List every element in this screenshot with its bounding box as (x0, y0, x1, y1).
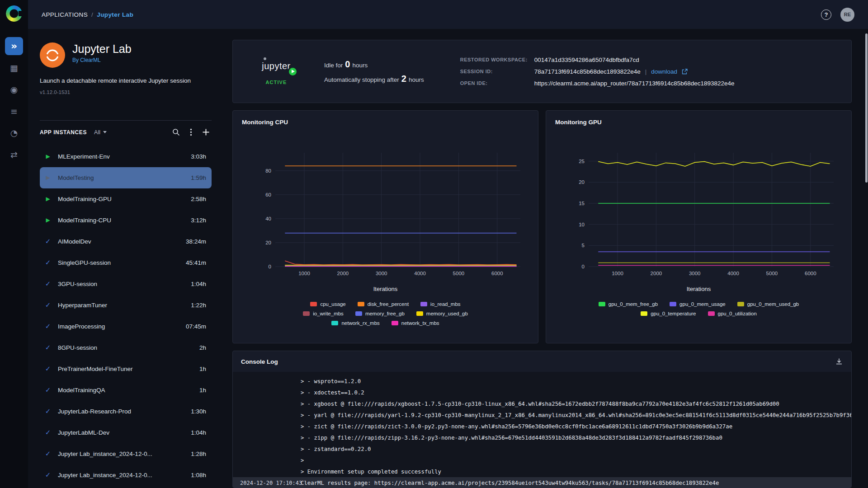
cpu-chart-plot[interactable]: 100020003000400050006000020406080 (245, 146, 526, 282)
legend-item[interactable]: disk_free_percent (358, 301, 409, 307)
svg-text:10: 10 (579, 222, 585, 227)
nav-rail: »▦◉≡◔⇄ (0, 0, 28, 488)
svg-text:15: 15 (579, 201, 585, 206)
projects-icon[interactable]: ▦ (5, 59, 23, 77)
running-play-icon: ▶ (44, 153, 52, 160)
console-text: > - wsproto==1.2.0 (301, 378, 361, 385)
page-scrollbar-thumb[interactable] (865, 33, 868, 183)
session-card: jupyter ACTIVE Idle for0hours Automatica… (232, 40, 852, 103)
breadcrumb-applications[interactable]: APPLICATIONS (42, 11, 88, 18)
chevron-down-icon (103, 131, 107, 133)
legend-item[interactable]: network_tx_mbs (392, 320, 439, 326)
instance-name: 3GPU-session (58, 281, 184, 287)
instance-row[interactable]: ▶ModelTesting1:59h (40, 167, 212, 188)
svg-text:60: 60 (265, 192, 271, 197)
cpu-chart-title: Monitoring CPU (242, 119, 529, 126)
legend-swatch (737, 302, 744, 306)
gpu-chart-plot[interactable]: 1000200030004000500060000510152025 (559, 146, 839, 282)
console-text: > - zstandard==0.22.0 (301, 446, 371, 452)
datasets-icon[interactable]: ≡ (5, 102, 23, 120)
breadcrumb: APPLICATIONS / Jupyter Lab (42, 11, 133, 18)
instance-name: MLExperiment-Env (58, 153, 184, 160)
instance-row[interactable]: ✓ModelTrainingQA1h (40, 380, 212, 401)
instance-duration: 1:04h (191, 281, 206, 287)
instance-duration: 1:04h (191, 429, 206, 436)
help-icon[interactable]: ? (821, 9, 831, 20)
instance-duration: 38:24m (186, 238, 206, 245)
svg-text:3000: 3000 (375, 271, 387, 276)
instance-duration: 1:28h (191, 450, 206, 457)
pipelines-icon[interactable]: ◔ (5, 124, 23, 142)
clearml-logo[interactable] (6, 5, 22, 22)
cpu-chart-card: Monitoring CPU 1000200030004000500060000… (232, 110, 538, 343)
workers-icon[interactable]: ⇄ (5, 145, 23, 164)
instance-name: JupyterLabML-Dev (58, 429, 184, 436)
legend-item[interactable]: cpu_usage (310, 301, 345, 307)
legend-item[interactable]: gpu_0_mem_free_gb (599, 301, 658, 307)
avatar[interactable]: RE (840, 8, 854, 22)
legend-item[interactable]: gpu_0_mem_used_gb (737, 301, 799, 307)
instance-row[interactable]: ▶MLExperiment-Env3:03h (40, 146, 212, 167)
instance-row[interactable]: ✓JupyterLabML-Dev1:04h (40, 422, 212, 443)
legend-swatch (355, 311, 362, 316)
download-log-icon[interactable] (835, 357, 843, 366)
legend-label: io_write_mbs (313, 311, 344, 316)
download-link[interactable]: download (651, 68, 677, 75)
search-icon[interactable] (170, 127, 182, 138)
kebab-menu-icon[interactable] (188, 127, 194, 138)
jupyter-logo: jupyter (260, 58, 292, 74)
instance-row[interactable]: ✓ImageProcessing07:45m (40, 316, 212, 337)
legend-item[interactable]: gpu_0_temperature (641, 311, 696, 316)
applications-icon[interactable]: » (5, 37, 23, 55)
legend-item[interactable]: memory_free_gb (355, 311, 405, 316)
svg-text:20: 20 (265, 240, 271, 245)
svg-text:5000: 5000 (453, 271, 464, 276)
instance-row[interactable]: ✓AIModelDev38:24m (40, 231, 212, 252)
legend-swatch (420, 302, 427, 306)
legend-item[interactable]: network_rx_mbs (331, 320, 379, 326)
legend-item[interactable]: io_read_mbs (420, 301, 460, 307)
topbar: APPLICATIONS / Jupyter Lab ? RE (28, 0, 868, 29)
applications-glyph: » (11, 41, 17, 51)
svg-text:4000: 4000 (414, 271, 426, 276)
instance-row[interactable]: ✓JupyterLab-Research-Prod1:30h (40, 401, 212, 422)
instance-row[interactable]: ✓HyperparamTuner1:22h (40, 295, 212, 316)
instance-name: HyperparamTuner (58, 302, 184, 309)
console-text: > - xgboost @ file:///rapids/xgboost-1.7… (301, 401, 779, 407)
instance-duration: 3:03h (191, 153, 206, 160)
console-text: > (301, 457, 304, 464)
legend-item[interactable]: memory_used_gb (416, 311, 468, 316)
instances-filter-dropdown[interactable]: All (94, 129, 107, 136)
instance-duration: 1:59h (191, 174, 206, 181)
instance-row[interactable]: ▶ModelTraining-GPU2:58h (40, 188, 212, 210)
dashboard: jupyter ACTIVE Idle for0hours Automatica… (222, 29, 868, 488)
instance-duration: 07:45m (186, 323, 206, 330)
instance-row[interactable]: ✓PreTrainerModel-FineTuner1h (40, 358, 212, 380)
svg-text:1000: 1000 (298, 271, 310, 276)
legend-label: gpu_0_temperature (651, 311, 696, 316)
autostop-hours-value: 2 (401, 74, 406, 84)
instance-row[interactable]: ✓SingleGPU-session45:41m (40, 252, 212, 273)
open-ide-link[interactable]: https://clearml.acme.ai/app_router/78a71… (534, 80, 735, 87)
legend-label: gpu_0_mem_usage (679, 301, 726, 307)
filter-value: All (94, 129, 100, 136)
console-text: ClearML results page: https://clearml-ap… (301, 480, 719, 486)
legend-item[interactable]: gpu_0_utilization (708, 311, 757, 316)
svg-text:20: 20 (579, 179, 585, 185)
models-icon[interactable]: ◉ (5, 80, 23, 99)
instance-row[interactable]: ✓8GPU-session2h (40, 337, 212, 358)
add-instance-button[interactable] (200, 127, 212, 138)
console-log[interactable]: > - wsproto==1.2.0> - xdoctest==1.0.2> -… (233, 372, 851, 488)
legend-item[interactable]: io_write_mbs (303, 311, 344, 316)
legend-item[interactable]: gpu_0_mem_usage (670, 301, 726, 307)
instance-row[interactable]: ✓Jupyter Lab_instance_2024-12-0...1:28h (40, 443, 212, 465)
instance-row[interactable]: ▶ModelTraining-CPU3:12h (40, 210, 212, 231)
instance-row[interactable]: ✓3GPU-session1:04h (40, 273, 212, 295)
by-clearml-link[interactable]: By ClearML (72, 57, 101, 63)
app-root: »▦◉≡◔⇄ APPLICATIONS / Jupyter Lab ? RE (0, 0, 868, 488)
instance-duration: 1h (199, 387, 206, 394)
console-line: 2024-12-20 17:10:43ClearML results page:… (233, 477, 851, 488)
instance-row[interactable]: ✓Jupyter Lab_instance_2024-12-0...1:08h (40, 465, 212, 486)
models-glyph: ◉ (10, 85, 18, 94)
legend-swatch (641, 311, 647, 316)
